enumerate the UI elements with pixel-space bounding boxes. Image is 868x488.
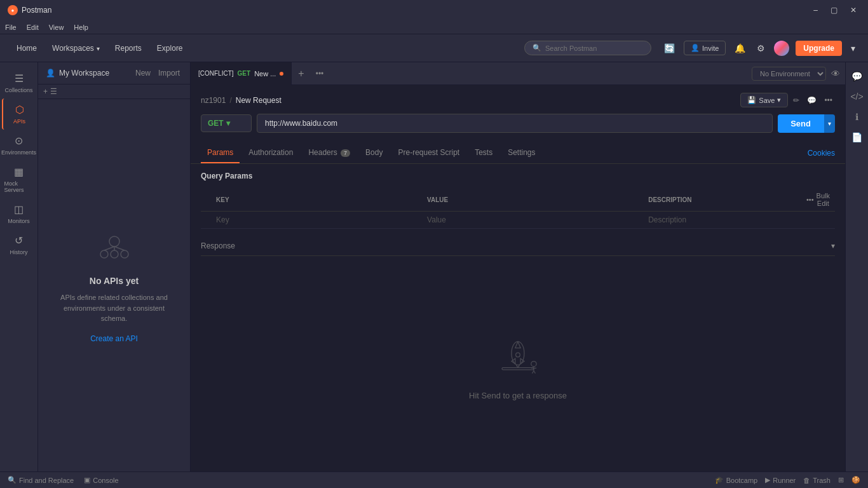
tab-headers[interactable]: Headers 7 xyxy=(302,143,356,163)
sidebar: ☰ Collections ⬡ APIs ⊙ Environments ▦ Mo… xyxy=(0,62,38,471)
sidebar-panel: 👤 My Workspace New Import + ☰ xyxy=(38,62,191,471)
description-input[interactable] xyxy=(648,215,796,224)
new-button[interactable]: New xyxy=(133,67,153,79)
tab-authorization[interactable]: Authorization xyxy=(242,143,299,163)
tab-pre-request-script[interactable]: Pre-request Script xyxy=(391,143,466,163)
tab-body[interactable]: Body xyxy=(359,143,389,163)
request-area: nz1901 / New Request 💾 Save ▾ ✏ 💬 ••• GE… xyxy=(191,85,845,143)
sidebar-item-history[interactable]: ↺ History xyxy=(2,229,36,261)
svg-point-1 xyxy=(100,250,108,258)
nav-home[interactable]: Home xyxy=(10,40,43,57)
cookie-item[interactable]: 🍪 xyxy=(851,476,860,484)
method-select[interactable]: GET ▾ xyxy=(201,114,252,132)
mock-servers-icon: ▦ xyxy=(14,166,24,178)
invite-button[interactable]: 👤 Invite xyxy=(684,41,726,55)
sidebar-item-apis[interactable]: ⬡ APIs xyxy=(2,98,36,130)
menu-view[interactable]: View xyxy=(49,24,64,31)
bootcamp-item[interactable]: 🎓 Bootcamp xyxy=(715,476,758,484)
search-icon: 🔍 xyxy=(532,44,541,52)
add-tab-button[interactable]: + xyxy=(292,68,310,79)
nav-explore[interactable]: Explore xyxy=(151,40,189,57)
sidebar-item-collections[interactable]: ☰ Collections xyxy=(2,67,36,98)
sidebar-item-monitors[interactable]: ◫ Monitors xyxy=(2,198,36,229)
find-replace-item[interactable]: 🔍 Find and Replace xyxy=(8,476,74,484)
layout-item[interactable]: ⊞ xyxy=(838,476,844,484)
sidebar-item-mock-servers[interactable]: ▦ Mock Servers xyxy=(2,161,36,198)
url-input[interactable] xyxy=(257,114,773,133)
right-code-icon[interactable]: </> xyxy=(846,88,867,105)
eye-icon[interactable]: 👁 xyxy=(831,69,840,79)
url-row: GET ▾ Send ▾ xyxy=(201,114,835,133)
tab-params[interactable]: Params xyxy=(201,143,240,163)
save-icon: 💾 xyxy=(747,96,756,104)
sidebar-label-collections: Collections xyxy=(4,87,32,93)
edit-icon[interactable]: ✏ xyxy=(790,93,802,107)
svg-point-10 xyxy=(531,361,536,366)
bootcamp-label: Bootcamp xyxy=(726,477,758,484)
nav-reports[interactable]: Reports xyxy=(109,40,148,57)
col-more-button[interactable]: ••• xyxy=(806,196,814,203)
tab-conflict[interactable]: [CONFLICT] GET New ... xyxy=(191,62,292,85)
description-header: DESCRIPTION xyxy=(648,196,691,203)
response-area: Response ▾ xyxy=(191,236,845,471)
avatar[interactable] xyxy=(774,41,789,56)
create-api-link[interactable]: Create an API xyxy=(90,334,138,343)
close-button[interactable]: ✕ xyxy=(846,4,860,16)
dropdown-icon[interactable]: ▾ xyxy=(848,41,858,56)
app-title: Postman xyxy=(22,6,51,15)
menu-edit[interactable]: Edit xyxy=(27,24,39,31)
bootcamp-icon: 🎓 xyxy=(715,476,724,484)
maximize-button[interactable]: ▢ xyxy=(827,4,841,16)
svg-point-7 xyxy=(512,341,524,365)
breadcrumb-separator: / xyxy=(229,96,231,105)
sync-icon[interactable]: 🔄 xyxy=(661,41,677,56)
upgrade-button[interactable]: Upgrade xyxy=(796,41,842,56)
send-dropdown[interactable]: ▾ xyxy=(824,114,835,133)
response-illustration xyxy=(486,328,550,381)
value-input[interactable] xyxy=(427,215,638,224)
notification-icon[interactable]: 🔔 xyxy=(732,41,748,56)
nav-workspaces[interactable]: Workspaces▾ xyxy=(46,40,106,57)
more-options-icon[interactable]: ••• xyxy=(822,93,835,107)
response-chevron[interactable]: ▾ xyxy=(831,241,835,250)
breadcrumb: nz1901 / New Request 💾 Save ▾ ✏ 💬 ••• xyxy=(201,93,835,107)
minimize-button[interactable]: – xyxy=(810,4,822,16)
right-doc-icon[interactable]: 📄 xyxy=(848,128,866,146)
search-input[interactable] xyxy=(545,44,634,52)
menu-help[interactable]: Help xyxy=(74,24,88,31)
panel-new-icon[interactable]: + xyxy=(43,87,48,96)
import-button[interactable]: Import xyxy=(156,67,182,79)
key-input[interactable] xyxy=(216,215,417,224)
environment-select[interactable]: No Environment xyxy=(752,67,826,81)
right-info-icon[interactable]: ℹ xyxy=(851,108,862,126)
trash-item[interactable]: 🗑 Trash xyxy=(803,476,831,484)
breadcrumb-current: New Request xyxy=(236,96,281,105)
param-row xyxy=(201,212,835,229)
tab-settings[interactable]: Settings xyxy=(501,143,541,163)
workspace-title: My Workspace xyxy=(59,69,109,78)
response-header: Response ▾ xyxy=(201,236,835,256)
layout-icon: ⊞ xyxy=(838,476,844,484)
panel-filter-icon[interactable]: ☰ xyxy=(50,87,57,96)
save-button[interactable]: 💾 Save ▾ xyxy=(740,93,788,107)
console-item[interactable]: ▣ Console xyxy=(84,476,118,484)
tab-tests[interactable]: Tests xyxy=(468,143,499,163)
runner-item[interactable]: ▶ Runner xyxy=(765,476,796,484)
trash-icon: 🗑 xyxy=(803,477,810,484)
titlebar: ● Postman – ▢ ✕ xyxy=(0,0,868,20)
topnav-right: 🔄 👤 Invite 🔔 ⚙ Upgrade ▾ xyxy=(661,41,858,56)
cookies-link[interactable]: Cookies xyxy=(808,149,835,158)
save-chevron: ▾ xyxy=(777,96,781,104)
comment-icon[interactable]: 💬 xyxy=(804,93,819,107)
bulk-edit-button[interactable]: Bulk Edit xyxy=(817,192,830,207)
settings-icon[interactable]: ⚙ xyxy=(754,41,768,56)
right-comment-icon[interactable]: 💬 xyxy=(848,67,866,85)
search-box[interactable]: 🔍 xyxy=(524,41,651,55)
find-replace-label: Find and Replace xyxy=(19,477,74,484)
sidebar-item-environments[interactable]: ⊙ Environments xyxy=(2,130,36,161)
nav-items: Home Workspaces▾ Reports Explore xyxy=(10,40,514,57)
window-controls[interactable]: – ▢ ✕ xyxy=(810,4,860,16)
menu-file[interactable]: File xyxy=(5,24,17,31)
send-button[interactable]: Send xyxy=(778,114,824,133)
tab-more-button[interactable]: ••• xyxy=(311,69,329,78)
